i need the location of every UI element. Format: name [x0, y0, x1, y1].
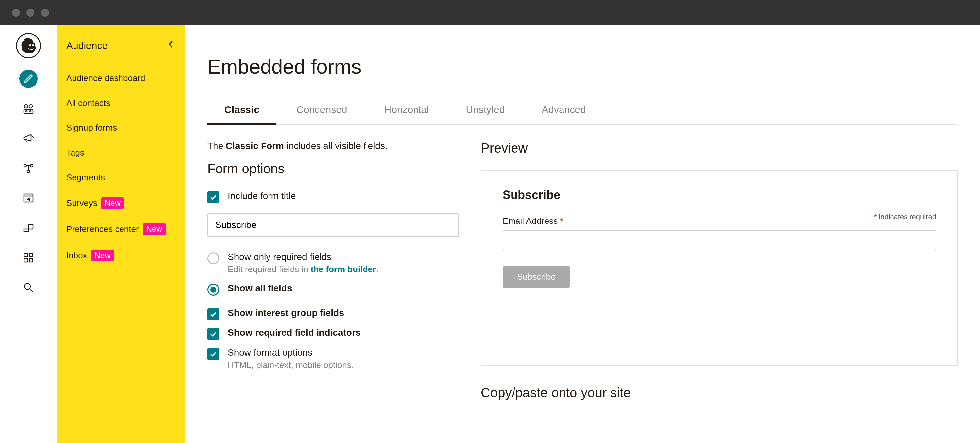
svg-point-8 [30, 164, 33, 167]
tab-advanced[interactable]: Advanced [539, 104, 588, 124]
preview-heading: Preview [481, 141, 958, 156]
svg-rect-11 [24, 253, 27, 257]
sidebar-item-inbox[interactable]: Inbox New [57, 242, 185, 269]
icon-rail [0, 25, 57, 443]
sidebar-item-signup-forms[interactable]: Signup forms [57, 116, 185, 140]
content-icon [22, 221, 35, 234]
svg-point-5 [26, 111, 27, 112]
required-note: * indicates required [874, 213, 936, 221]
show-required-label: Show only required fields [228, 252, 379, 262]
sidebar-item-tags[interactable]: Tags [57, 140, 185, 165]
search-icon [22, 281, 35, 294]
preview-box: Subscribe * indicates required Email Add… [481, 170, 958, 365]
window-titlebar [0, 0, 980, 25]
interest-groups-checkbox[interactable] [207, 308, 219, 320]
asterisk-icon: * [874, 213, 877, 221]
format-options-sublabel: HTML, plain-text, mobile options. [228, 360, 353, 370]
form-options-heading: Form options [207, 161, 459, 176]
pencil-icon [22, 72, 35, 85]
format-options-label: Show format options [228, 347, 353, 358]
monkey-icon [19, 37, 38, 55]
svg-point-9 [27, 170, 30, 173]
interest-groups-label: Show interest group fields [228, 308, 344, 318]
required-indicators-checkbox[interactable] [207, 328, 219, 340]
sidebar-item-label: Tags [66, 148, 84, 158]
form-title-input[interactable] [207, 213, 459, 237]
rail-campaigns[interactable] [19, 129, 38, 148]
new-badge: New [91, 250, 114, 261]
sidebar-item-audience-dashboard[interactable]: Audience dashboard [57, 66, 185, 91]
window-minimize-icon[interactable] [27, 9, 35, 16]
tabbar: Classic Condensed Horizontal Unstyled Ad… [207, 104, 958, 125]
sidebar-item-all-contacts[interactable]: All contacts [57, 91, 185, 116]
sidebar-item-surveys[interactable]: Surveys New [57, 190, 185, 216]
audience-icon [22, 102, 35, 115]
page-title: Embedded forms [207, 55, 958, 78]
svg-rect-4 [24, 109, 33, 113]
rail-integrations[interactable] [19, 248, 38, 267]
top-divider [207, 35, 958, 35]
svg-rect-10 [24, 194, 33, 202]
sidebar-item-label: Inbox [66, 250, 88, 261]
show-required-radio[interactable] [207, 252, 219, 264]
website-icon [22, 191, 35, 205]
svg-rect-13 [24, 258, 27, 262]
sidebar-item-segments[interactable]: Segments [57, 165, 185, 190]
svg-point-6 [30, 111, 31, 112]
new-badge: New [101, 197, 124, 209]
sidebar-item-preferences-center[interactable]: Preferences center New [57, 216, 185, 242]
show-all-radio[interactable] [207, 284, 219, 296]
check-icon [210, 194, 217, 201]
copy-paste-heading: Copy/paste onto your site [481, 386, 958, 400]
subscribe-button[interactable]: Subscribe [503, 266, 570, 288]
sidebar-item-label: Audience dashboard [66, 73, 145, 83]
tab-classic[interactable]: Classic [222, 104, 262, 124]
journey-icon [22, 162, 35, 175]
tab-horizontal[interactable]: Horizontal [382, 104, 432, 124]
show-all-label: Show all fields [228, 283, 292, 294]
form-builder-link[interactable]: the form builder [310, 264, 376, 274]
svg-point-3 [29, 105, 32, 108]
check-icon [210, 330, 217, 338]
svg-point-2 [24, 105, 28, 108]
sidebar-item-label: Signup forms [66, 123, 117, 133]
check-icon [210, 311, 217, 318]
rail-search[interactable] [19, 278, 38, 296]
brand-logo[interactable] [16, 33, 41, 58]
sidebar-collapse-button[interactable] [167, 40, 174, 51]
sidebar-title: Audience [66, 40, 108, 51]
check-icon [210, 350, 217, 358]
sidebar: Audience Audience dashboard All contacts… [57, 25, 185, 443]
svg-rect-14 [29, 258, 33, 262]
rail-automations[interactable] [19, 159, 38, 177]
preview-form-title: Subscribe [503, 188, 936, 202]
window-maximize-icon[interactable] [41, 9, 49, 16]
rail-website[interactable] [19, 189, 38, 207]
sidebar-item-label: Surveys [66, 198, 97, 208]
rail-audience[interactable] [19, 99, 38, 118]
tab-unstyled[interactable]: Unstyled [463, 104, 508, 124]
megaphone-icon [22, 132, 35, 145]
email-label: Email Address * [503, 216, 936, 226]
include-title-label: Include form title [228, 191, 296, 201]
svg-rect-12 [29, 253, 33, 257]
sidebar-item-label: Segments [66, 172, 105, 183]
svg-point-0 [29, 45, 31, 46]
asterisk-icon: * [560, 216, 563, 226]
grid-icon [22, 251, 35, 264]
new-badge: New [143, 223, 165, 235]
main-content: Embedded forms Classic Condensed Horizon… [185, 25, 980, 443]
format-options-checkbox[interactable] [207, 348, 219, 360]
sidebar-item-label: Preferences center [66, 224, 139, 234]
show-required-sublabel: Edit required fields in the form builder… [228, 264, 379, 274]
chevron-left-icon [167, 40, 174, 49]
required-indicators-label: Show required field indicators [228, 327, 361, 338]
window-close-icon[interactable] [12, 9, 20, 16]
rail-content[interactable] [19, 218, 38, 237]
email-input[interactable] [503, 230, 936, 251]
window-controls[interactable] [12, 9, 49, 16]
include-title-checkbox[interactable] [207, 191, 219, 203]
tab-condensed[interactable]: Condensed [294, 104, 350, 124]
classic-description: The Classic Form includes all visible fi… [207, 141, 459, 151]
rail-create[interactable] [19, 70, 38, 88]
